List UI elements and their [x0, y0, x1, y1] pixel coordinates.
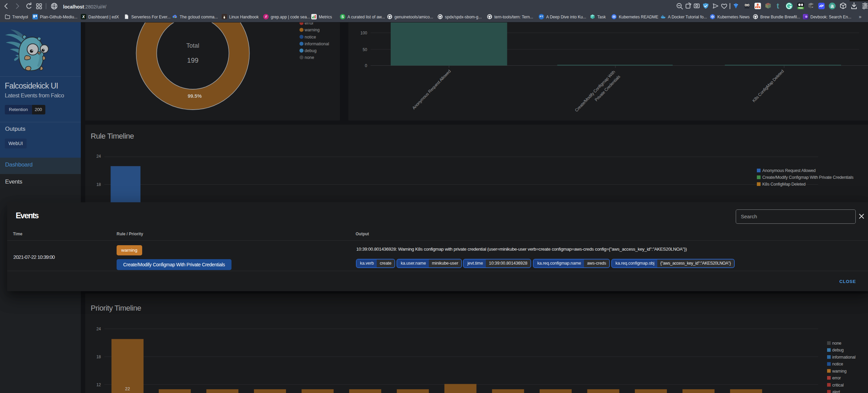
svg-text:debug: debug — [832, 348, 844, 352]
svg-text:informational: informational — [305, 42, 329, 46]
svg-text:K8s ConfigMap Deleted: K8s ConfigMap Deleted — [751, 69, 785, 103]
svg-text:50: 50 — [363, 47, 368, 52]
svg-text:K8s ConfigMap Deleted: K8s ConfigMap Deleted — [762, 182, 806, 187]
svg-text:a: a — [830, 3, 834, 9]
svg-text:12: 12 — [96, 382, 101, 387]
svg-text:TOC: TOC — [798, 7, 803, 9]
svg-text:error: error — [832, 376, 841, 380]
svg-text:18: 18 — [96, 182, 101, 187]
svg-text:100: 100 — [360, 31, 367, 35]
svg-text:debug: debug — [305, 48, 317, 53]
svg-text:22: 22 — [125, 386, 130, 391]
svg-text:Rule Timeline: Rule Timeline — [91, 132, 134, 140]
svg-text:199: 199 — [187, 57, 198, 64]
svg-text:notice: notice — [832, 362, 843, 366]
svg-text:24: 24 — [96, 154, 101, 159]
svg-text:informational: informational — [832, 355, 855, 360]
svg-text:warning: warning — [832, 369, 847, 374]
svg-text:99.5%: 99.5% — [188, 93, 201, 99]
svg-text:Anonymous Request Allowed: Anonymous Request Allowed — [411, 69, 452, 110]
svg-text:Anonymous Request Allowed: Anonymous Request Allowed — [762, 168, 815, 173]
svg-text:t: t — [777, 2, 779, 10]
svg-text:Priority Timeline: Priority Timeline — [91, 304, 141, 312]
svg-text:18: 18 — [96, 355, 101, 359]
svg-text:critical: critical — [832, 383, 844, 388]
svg-text:Total: Total — [186, 42, 199, 49]
svg-text:notice: notice — [305, 35, 316, 40]
svg-text:Create/Modify Configmap With: Create/Modify Configmap With — [574, 69, 616, 113]
svg-text:warning: warning — [304, 28, 320, 32]
svg-text:none: none — [832, 341, 841, 346]
svg-text:24: 24 — [96, 327, 101, 331]
svg-text:0: 0 — [365, 63, 367, 68]
svg-text:none: none — [305, 55, 314, 60]
svg-text:error: error — [305, 22, 314, 26]
svg-text:Create/Modify Configmap With P: Create/Modify Configmap With Private Cre… — [762, 175, 853, 180]
svg-text:alert: alert — [832, 390, 840, 393]
